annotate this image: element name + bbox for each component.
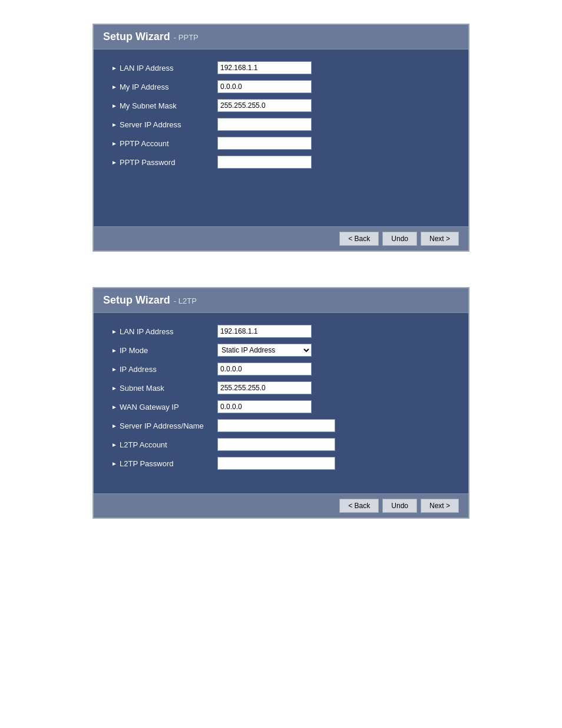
pptp-account-row: ► PPTP Account (111, 137, 451, 150)
l2tp-ip-mode-select[interactable]: Static IP Address Dynamic IP Address (217, 344, 312, 357)
pptp-account-input[interactable] (217, 137, 312, 150)
l2tp-password-row: ► L2TP Password (111, 457, 451, 470)
arrow-icon: ► (111, 121, 117, 128)
pptp-next-button[interactable]: Next > (421, 232, 459, 246)
wizard-pptp-subtitle: - PPTP (174, 33, 199, 42)
l2tp-ip-address-label: ► IP Address (111, 365, 217, 374)
pptp-server-ip-input[interactable] (217, 118, 312, 131)
arrow-icon: ► (111, 84, 117, 90)
pptp-account-label: ► PPTP Account (111, 139, 217, 148)
pptp-password-input[interactable] (217, 156, 312, 169)
pptp-my-ip-label: ► My IP Address (111, 83, 217, 91)
pptp-lan-ip-row: ► LAN IP Address (111, 61, 451, 74)
pptp-undo-button[interactable]: Undo (382, 232, 417, 246)
pptp-subnet-row: ► My Subnet Mask (111, 99, 451, 112)
wizard-l2tp-title: Setup Wizard (103, 294, 170, 307)
l2tp-ip-mode-row: ► IP Mode Static IP Address Dynamic IP A… (111, 344, 451, 357)
pptp-password-label: ► PPTP Password (111, 158, 217, 167)
l2tp-subnet-label: ► Subnet Mask (111, 384, 217, 393)
arrow-icon: ► (111, 460, 117, 467)
pptp-password-row: ► PPTP Password (111, 156, 451, 169)
pptp-subnet-input[interactable] (217, 99, 312, 112)
pptp-back-button[interactable]: < Back (339, 232, 379, 246)
l2tp-account-input[interactable] (217, 438, 335, 451)
wizard-pptp-body: ► LAN IP Address ► My IP Address ► My Su… (94, 50, 468, 226)
wizard-l2tp-body: ► LAN IP Address ► IP Mode Static IP Add… (94, 313, 468, 493)
l2tp-server-ip-row: ► Server IP Address/Name (111, 419, 451, 432)
wizard-pptp-title: Setup Wizard (103, 31, 170, 43)
l2tp-gateway-label: ► WAN Gateway IP (111, 403, 217, 411)
wizard-l2tp-subtitle: - L2TP (174, 297, 197, 305)
arrow-icon: ► (111, 366, 117, 373)
wizard-pptp: Setup Wizard - PPTP ► LAN IP Address ► M… (92, 24, 470, 252)
l2tp-lan-ip-row: ► LAN IP Address (111, 325, 451, 338)
wizard-l2tp: Setup Wizard - L2TP ► LAN IP Address ► I… (92, 287, 470, 519)
l2tp-server-ip-label: ► Server IP Address/Name (111, 421, 217, 430)
l2tp-account-row: ► L2TP Account (111, 438, 451, 451)
arrow-icon: ► (111, 404, 117, 410)
l2tp-back-button[interactable]: < Back (339, 499, 379, 513)
l2tp-gateway-row: ► WAN Gateway IP (111, 400, 451, 413)
l2tp-password-label: ► L2TP Password (111, 459, 217, 468)
pptp-subnet-label: ► My Subnet Mask (111, 101, 217, 110)
l2tp-lan-ip-input[interactable] (217, 325, 312, 338)
arrow-icon: ► (111, 159, 117, 166)
pptp-my-ip-input[interactable] (217, 80, 312, 93)
arrow-icon: ► (111, 385, 117, 391)
l2tp-account-label: ► L2TP Account (111, 440, 217, 449)
l2tp-password-input[interactable] (217, 457, 335, 470)
l2tp-lan-ip-label: ► LAN IP Address (111, 327, 217, 336)
arrow-icon: ► (111, 103, 117, 109)
arrow-icon: ► (111, 442, 117, 448)
l2tp-ip-address-input[interactable] (217, 363, 312, 375)
pptp-server-ip-row: ► Server IP Address (111, 118, 451, 131)
wizard-l2tp-header: Setup Wizard - L2TP (94, 288, 468, 313)
pptp-lan-ip-input[interactable] (217, 61, 312, 74)
pptp-my-ip-row: ► My IP Address (111, 80, 451, 93)
arrow-icon: ► (111, 423, 117, 429)
pptp-lan-ip-label: ► LAN IP Address (111, 64, 217, 73)
arrow-icon: ► (111, 328, 117, 335)
l2tp-ip-mode-label: ► IP Mode (111, 346, 217, 355)
l2tp-server-ip-input[interactable] (217, 419, 335, 432)
pptp-server-ip-label: ► Server IP Address (111, 120, 217, 129)
wizard-pptp-header: Setup Wizard - PPTP (94, 25, 468, 50)
l2tp-subnet-row: ► Subnet Mask (111, 381, 451, 394)
wizard-pptp-footer: < Back Undo Next > (94, 226, 468, 251)
l2tp-ip-address-row: ► IP Address (111, 363, 451, 375)
l2tp-next-button[interactable]: Next > (421, 499, 459, 513)
arrow-icon: ► (111, 140, 117, 147)
arrow-icon: ► (111, 347, 117, 354)
arrow-icon: ► (111, 65, 117, 71)
l2tp-undo-button[interactable]: Undo (382, 499, 417, 513)
l2tp-subnet-input[interactable] (217, 381, 312, 394)
wizard-l2tp-footer: < Back Undo Next > (94, 493, 468, 518)
l2tp-gateway-input[interactable] (217, 400, 312, 413)
